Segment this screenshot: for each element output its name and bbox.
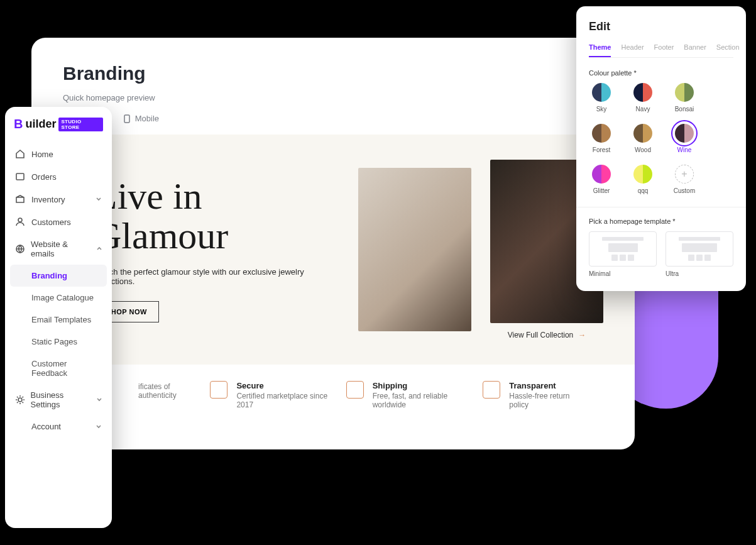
- chevron-down-icon: [96, 424, 102, 430]
- colour-palette-grid: SkyNavyBonsaiForestWoodWineGlitterqqq+Cu…: [589, 83, 733, 194]
- window-icon: [483, 381, 500, 399]
- nav-business-settings[interactable]: Business Settings: [5, 384, 112, 416]
- edit-tabs: Theme Header Footer Banner Section: [589, 43, 733, 58]
- hero-image-1: [358, 168, 471, 331]
- nav-home-label: Home: [31, 150, 53, 159]
- logo-b: B: [14, 117, 23, 131]
- template-ultra[interactable]: Ultra: [666, 231, 733, 277]
- home-icon: [15, 149, 25, 159]
- sidebar: Builder STUDIO STORE Home Orders Invento…: [5, 107, 112, 528]
- hero-headline: Live in Glamour: [94, 177, 339, 256]
- inventory-icon: [15, 194, 25, 204]
- palette-forest[interactable]: Forest: [589, 124, 614, 153]
- view-full-collection-link[interactable]: View Full Collection →: [508, 331, 586, 339]
- feature-secure: SecureCertified marketplace since 2017: [210, 381, 346, 409]
- palette-sky[interactable]: Sky: [589, 83, 614, 113]
- page-title: Branding: [63, 63, 603, 84]
- device-mobile[interactable]: Mobile: [123, 114, 159, 123]
- logo[interactable]: Builder STUDIO STORE: [5, 117, 112, 143]
- palette-wood[interactable]: Wood: [630, 124, 655, 153]
- truck-icon: [346, 381, 364, 399]
- svg-point-5: [18, 398, 22, 402]
- device-mobile-label: Mobile: [135, 114, 159, 123]
- nav-home[interactable]: Home: [5, 143, 112, 165]
- tab-section[interactable]: Section: [716, 43, 740, 57]
- tab-footer[interactable]: Footer: [654, 43, 674, 57]
- branding-preview-card: Branding Quick homepage preview Tablet M…: [31, 38, 635, 449]
- feature-transparent: TransparentHassle-free return policy: [483, 381, 591, 409]
- template-picker: Minimal Ultra: [589, 231, 733, 277]
- lock-icon: [210, 381, 227, 399]
- page-subtitle: Quick homepage preview: [63, 93, 603, 102]
- view-collection-label: View Full Collection: [508, 331, 574, 339]
- homepage-preview: Live in Glamour Reach the perfect glamou…: [31, 135, 635, 365]
- edit-panel-title: Edit: [589, 20, 733, 33]
- divider: [576, 207, 746, 207]
- device-switcher: Tablet Mobile: [63, 114, 603, 123]
- tab-header[interactable]: Header: [621, 43, 644, 57]
- nav-customers[interactable]: Customers: [5, 211, 112, 233]
- hero-tagline: Reach the perfect glamour style with our…: [94, 267, 339, 286]
- nav-inventory-label: Inventory: [31, 195, 65, 204]
- arrow-right-icon: →: [578, 331, 586, 339]
- logo-text: uilder: [25, 118, 56, 131]
- template-label: Pick a homepage template *: [589, 217, 733, 225]
- edit-panel: Edit Theme Header Footer Banner Section …: [576, 6, 746, 291]
- svg-point-3: [18, 218, 22, 222]
- chevron-up-icon: [96, 246, 102, 252]
- tab-banner[interactable]: Banner: [684, 43, 706, 57]
- palette-qqq[interactable]: qqq: [630, 165, 655, 194]
- nav-website-emails[interactable]: Website & emails: [5, 233, 112, 265]
- feature-shipping: ShippingFree, fast, and reliable worldwi…: [346, 381, 483, 409]
- palette-glitter[interactable]: Glitter: [589, 165, 614, 194]
- template-minimal-thumb: [589, 231, 657, 267]
- hero-text-block: Live in Glamour Reach the perfect glamou…: [94, 177, 339, 322]
- chevron-down-icon: [96, 196, 102, 202]
- nav-inventory[interactable]: Inventory: [5, 188, 112, 211]
- svg-rect-1: [124, 115, 129, 123]
- subnav-image-catalogue[interactable]: Image Catalogue: [10, 287, 107, 309]
- chevron-down-icon: [96, 397, 102, 403]
- colour-palette-label: Colour palette *: [589, 69, 733, 77]
- template-minimal[interactable]: Minimal: [589, 231, 657, 277]
- mobile-icon: [123, 114, 131, 123]
- tab-theme[interactable]: Theme: [589, 43, 611, 57]
- palette-navy[interactable]: Navy: [630, 83, 655, 113]
- nav-business-label: Business Settings: [31, 390, 90, 409]
- customers-icon: [15, 217, 25, 227]
- feature-row: ificates of authenticity SecureCertified…: [63, 365, 603, 409]
- nav-customers-label: Customers: [31, 217, 71, 227]
- palette-wine[interactable]: Wine: [672, 124, 697, 153]
- palette-bonsai[interactable]: Bonsai: [672, 83, 697, 113]
- subnav-static-pages[interactable]: Static Pages: [10, 331, 107, 353]
- orders-icon: [15, 172, 25, 182]
- nav-website-label: Website & emails: [31, 239, 90, 258]
- template-minimal-label: Minimal: [589, 270, 657, 277]
- palette-add-custom[interactable]: +Custom: [672, 165, 697, 194]
- nav-orders-label: Orders: [31, 172, 57, 182]
- nav-orders[interactable]: Orders: [5, 165, 112, 188]
- nav-account[interactable]: Account: [5, 416, 112, 438]
- template-ultra-thumb: [666, 231, 733, 267]
- feature-authenticity: ificates of authenticity: [138, 381, 210, 409]
- nav-account-label: Account: [31, 422, 61, 431]
- globe-icon: [15, 244, 25, 254]
- subnav-email-templates[interactable]: Email Templates: [10, 309, 107, 331]
- product-photo-1: [358, 168, 471, 331]
- studio-store-badge: STUDIO STORE: [58, 118, 103, 131]
- gear-icon: [15, 395, 25, 405]
- subnav-branding[interactable]: Branding: [10, 265, 107, 287]
- template-ultra-label: Ultra: [666, 270, 733, 277]
- subnav-customer-feedback[interactable]: Customer Feedback: [10, 353, 107, 384]
- svg-rect-2: [16, 173, 24, 180]
